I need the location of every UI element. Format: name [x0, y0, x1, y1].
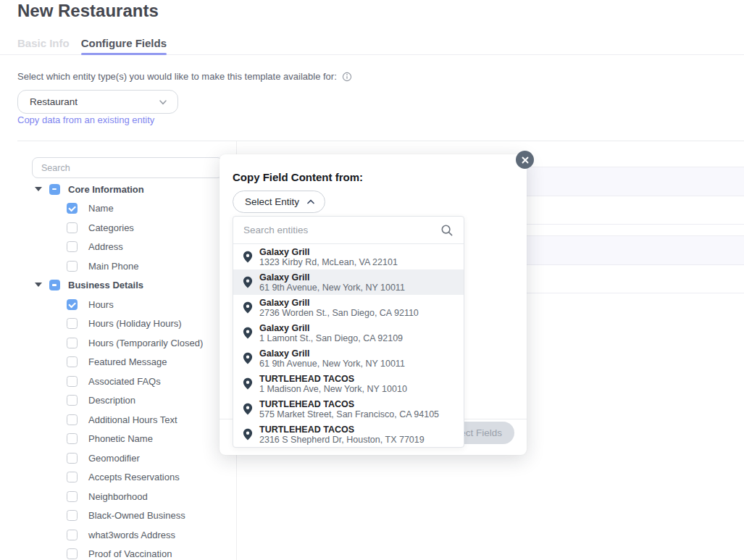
copy-data-link[interactable]: Copy data from an existing entity: [17, 114, 154, 125]
entity-search-row: [233, 217, 464, 244]
page-title: New Restaurants: [17, 1, 159, 21]
caret-down-icon[interactable]: [35, 283, 42, 288]
group-checkbox[interactable]: [49, 280, 60, 291]
field-label: Hours (Holiday Hours): [88, 318, 182, 329]
chevron-up-icon: [306, 198, 315, 206]
field-group-row: Core Information: [0, 180, 236, 199]
field-label: Name: [88, 203, 114, 214]
field-row: Name: [0, 199, 236, 219]
field-label: Phonetic Name: [88, 433, 153, 444]
field-checkbox[interactable]: [67, 356, 78, 367]
group-checkbox[interactable]: [49, 184, 60, 195]
field-label: Additional Hours Text: [88, 414, 177, 425]
entity-search-input[interactable]: [243, 225, 440, 235]
entity-type-label-text: Select which entity type(s) you would li…: [17, 71, 337, 82]
entity-option[interactable]: Galaxy Grill 1 Lamont St., San Diego, CA…: [233, 320, 464, 346]
field-row: Geomodifier: [0, 448, 236, 468]
field-search-input[interactable]: [32, 157, 223, 178]
field-row: Main Phone: [0, 256, 236, 276]
field-checkbox[interactable]: [67, 414, 78, 425]
entity-address: 1 Madison Ave, New York, NY 10010: [259, 384, 407, 394]
entity-option[interactable]: Galaxy Grill 61 9th Avenue, New York, NY…: [233, 269, 464, 295]
info-circle-icon[interactable]: [342, 72, 352, 82]
field-checkbox[interactable]: [67, 222, 78, 233]
field-label: Associated FAQs: [88, 376, 161, 387]
map-pin-icon: [243, 352, 253, 364]
entity-name: Galaxy Grill: [259, 323, 403, 333]
entity-name: Galaxy Grill: [259, 247, 398, 257]
field-label: what3words Address: [88, 530, 175, 540]
field-checkbox[interactable]: [67, 433, 78, 444]
entity-option[interactable]: Galaxy Grill 61 9th Avenue, New York, NY…: [233, 346, 464, 371]
map-pin-icon: [243, 301, 253, 314]
entity-option[interactable]: Galaxy Grill 1323 Kirby Rd, McLean, VA 2…: [233, 244, 464, 269]
map-pin-icon: [243, 403, 253, 415]
entity-option[interactable]: TURTLEHEAD TACOS 575 Market Street, San …: [233, 396, 464, 422]
map-pin-icon: [243, 276, 253, 288]
field-checkbox[interactable]: [67, 453, 78, 464]
field-label: Geomodifier: [88, 453, 140, 464]
field-row: Categories: [0, 218, 236, 238]
field-checkbox[interactable]: [67, 491, 78, 502]
entity-option[interactable]: TURTLEHEAD TACOS 2316 S Shepherd Dr, Hou…: [233, 422, 464, 447]
field-checkbox[interactable]: [67, 376, 78, 387]
entity-name: TURTLEHEAD TACOS: [259, 425, 425, 435]
field-checkbox[interactable]: [67, 338, 78, 348]
field-checkbox[interactable]: [67, 318, 78, 329]
field-row: Accepts Reservations: [0, 468, 236, 488]
map-pin-icon: [243, 377, 253, 390]
field-group-row: Business Details: [0, 276, 236, 296]
tab-configure-fields[interactable]: Configure Fields: [81, 34, 167, 54]
entity-type-label: Select which entity type(s) you would li…: [17, 71, 352, 82]
field-checkbox[interactable]: [67, 530, 78, 540]
field-row: Additional Hours Text: [0, 410, 236, 430]
entity-name: TURTLEHEAD TACOS: [259, 374, 407, 384]
entity-address: 2316 S Shepherd Dr, Houston, TX 77019: [259, 435, 425, 445]
field-row: Hours (Temporarily Closed): [0, 333, 236, 353]
field-checkbox[interactable]: [67, 203, 78, 214]
field-label: Categories: [88, 222, 134, 233]
field-label: Neighborhood: [88, 491, 148, 502]
entity-type-selected-value: Restaurant: [30, 96, 78, 107]
field-row: what3words Address: [0, 525, 236, 545]
entity-dropdown: Galaxy Grill 1323 Kirby Rd, McLean, VA 2…: [233, 216, 464, 448]
entity-address: 2736 Worden St., San Diego, CA 92110: [259, 308, 419, 318]
entity-type-select[interactable]: Restaurant: [17, 90, 178, 114]
field-label: Hours (Temporarily Closed): [88, 338, 203, 348]
field-row: Hours (Holiday Hours): [0, 314, 236, 334]
field-checkbox[interactable]: [67, 241, 78, 252]
map-pin-icon: [243, 428, 253, 440]
field-label: Description: [88, 395, 135, 406]
copy-field-content-modal: Copy Field Content from: Select Entity S…: [220, 154, 527, 455]
tabbar: Basic Info Configure Fields: [0, 35, 744, 55]
entity-list: Galaxy Grill 1323 Kirby Rd, McLean, VA 2…: [233, 244, 464, 447]
field-row: Featured Message: [0, 353, 236, 372]
field-checkbox[interactable]: [67, 299, 78, 310]
field-label: Address: [88, 241, 123, 252]
field-label: Main Phone: [88, 261, 138, 272]
field-checkbox[interactable]: [67, 395, 78, 406]
entity-option[interactable]: Galaxy Grill 2736 Worden St., San Diego,…: [233, 295, 464, 320]
chevron-down-icon: [158, 97, 168, 107]
field-label: Hours: [88, 299, 114, 310]
caret-down-icon[interactable]: [35, 187, 42, 192]
select-entity-button[interactable]: Select Entity: [233, 191, 325, 213]
entity-name: Galaxy Grill: [259, 298, 419, 308]
field-row: Associated FAQs: [0, 372, 236, 391]
entity-address: 61 9th Avenue, New York, NY 10011: [259, 359, 405, 369]
entity-option[interactable]: TURTLEHEAD TACOS 1 Madison Ave, New York…: [233, 371, 464, 396]
entity-address: 575 Market Street, San Francisco, CA 941…: [259, 409, 439, 419]
tab-basic-info[interactable]: Basic Info: [17, 34, 70, 54]
group-label: Core Information: [68, 184, 144, 195]
field-label: Accepts Reservations: [88, 472, 180, 482]
field-checkbox[interactable]: [67, 548, 78, 559]
field-row: Phonetic Name: [0, 430, 236, 449]
field-row: Description: [0, 391, 236, 411]
field-checkbox[interactable]: [67, 510, 78, 521]
field-checkbox[interactable]: [67, 261, 78, 272]
modal-title: Copy Field Content from:: [233, 172, 363, 183]
close-icon[interactable]: [516, 151, 534, 169]
field-checkbox[interactable]: [67, 472, 78, 482]
entity-name: TURTLEHEAD TACOS: [259, 399, 439, 409]
select-entity-button-label: Select Entity: [245, 196, 299, 207]
